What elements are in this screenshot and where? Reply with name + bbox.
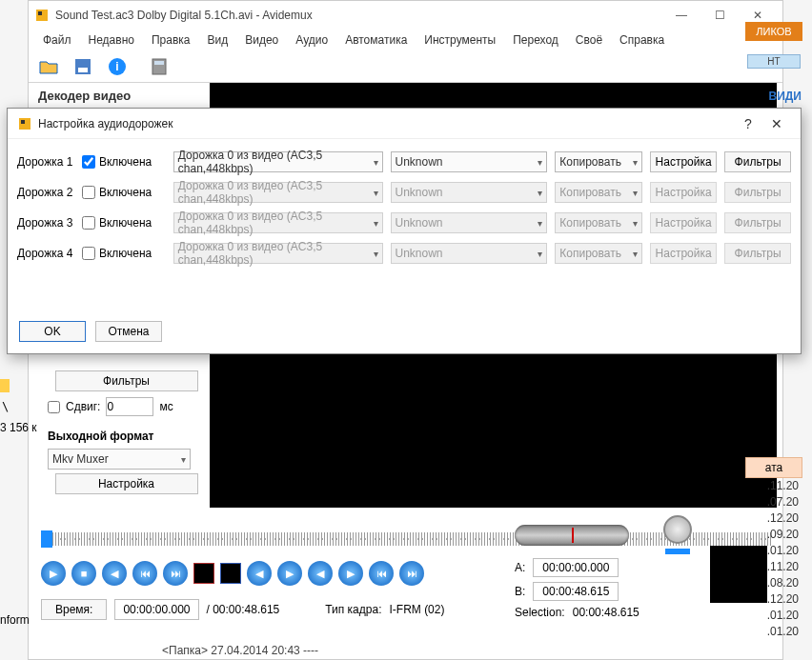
track-row-1: Дорожка 1 ВключенаДорожка 0 из видео (AC…	[17, 150, 791, 173]
side-tab-2: HT	[747, 54, 801, 69]
next-key-button[interactable]: ▶	[277, 561, 302, 586]
time-row: Время: 00:00:00.000 / 00:00:48.615 Тип к…	[41, 599, 444, 620]
window-title: Sound Test.ac3 Dolby Digital 5.1Ch.avi -…	[55, 9, 662, 22]
menu-tools[interactable]: Инструменты	[417, 31, 502, 49]
track-configure-button: Настройка	[650, 182, 717, 203]
svg-rect-1	[38, 11, 42, 15]
menu-go[interactable]: Переход	[506, 31, 565, 49]
ok-button[interactable]: OK	[19, 321, 86, 342]
track-label: Дорожка 1	[17, 155, 74, 169]
menu-view[interactable]: Вид	[201, 31, 235, 49]
save-icon[interactable]	[72, 56, 93, 77]
calc-icon[interactable]	[149, 56, 170, 77]
side-header: ата	[745, 457, 802, 478]
mux-configure-button[interactable]: Настройка	[55, 473, 198, 494]
cancel-button[interactable]: Отмена	[95, 321, 162, 342]
minimize-button[interactable]: —	[662, 4, 700, 27]
selection-area: A:00:00:00.000 B:00:00:48.615 Selection:…	[515, 558, 639, 624]
track-codec-select: Копировать▾	[555, 182, 642, 203]
menu-help[interactable]: Справка	[613, 31, 671, 49]
prev-frame-button[interactable]: ◀	[102, 561, 127, 586]
track-lang-select[interactable]: Unknown▾	[391, 151, 548, 172]
track-filters-button: Фильтры	[724, 182, 791, 203]
time-current[interactable]: 00:00:00.000	[114, 599, 198, 620]
maximize-button[interactable]: ☐	[700, 4, 739, 27]
track-codec-select[interactable]: Копировать▾	[555, 151, 642, 172]
track-enabled-checkbox[interactable]: Включена	[82, 155, 166, 169]
app-icon	[34, 8, 50, 23]
menu-auto[interactable]: Автоматика	[338, 31, 414, 49]
left-stub-icon	[0, 379, 10, 392]
rewind-button[interactable]: ⏮	[132, 561, 157, 586]
track-codec-select: Копировать▾	[555, 212, 642, 233]
shift-checkbox[interactable]	[48, 401, 60, 413]
track-label: Дорожка 2	[17, 186, 74, 199]
frame-type-value: I-FRM (02)	[389, 603, 444, 616]
side-dates: .11.20.07.20.12.20.09.20.01.20.11.20.08.…	[745, 478, 802, 640]
sel-b-value[interactable]: 00:00:48.615	[533, 582, 619, 601]
track-filters-button[interactable]: Фильтры	[724, 151, 791, 172]
sel-value: 00:00:48.615	[573, 606, 639, 619]
scrub-marker	[665, 549, 690, 554]
menu-custom[interactable]: Своё	[569, 31, 609, 49]
shift-unit: мс	[159, 400, 173, 413]
track-configure-button: Настройка	[650, 212, 717, 233]
menu-audio[interactable]: Аудио	[289, 31, 335, 49]
titlebar: Sound Test.ac3 Dolby Digital 5.1Ch.avi -…	[29, 1, 782, 30]
jog-dial[interactable]	[515, 525, 629, 546]
track-enabled-checkbox[interactable]: Включена	[82, 186, 166, 199]
next-black-button[interactable]: ▶	[338, 561, 363, 586]
left-stub-slash: \	[2, 400, 9, 413]
sel-b-label: B:	[515, 585, 525, 598]
time-total: / 00:00:48.615	[207, 603, 280, 616]
audio-tracks-dialog: Настройка аудиодорожек ? ✕ Дорожка 1 Вкл…	[7, 108, 802, 354]
dialog-close-button[interactable]: ✕	[762, 116, 791, 131]
track-row-3: Дорожка 3 ВключенаДорожка 0 из видео (AC…	[17, 211, 791, 234]
menu-video[interactable]: Видео	[238, 31, 285, 49]
menu-file[interactable]: Файл	[36, 31, 78, 49]
stop-button[interactable]: ■	[71, 561, 96, 586]
timeline-handle[interactable]	[41, 530, 52, 548]
track-source-select: Дорожка 0 из видео (AC3,5 chan,448kbps)▾	[173, 182, 383, 203]
track-row-4: Дорожка 4 ВключенаДорожка 0 из видео (AC…	[17, 242, 791, 265]
mark-b-button[interactable]	[220, 563, 241, 584]
track-source-select: Дорожка 0 из видео (AC3,5 chan,448kbps)▾	[173, 243, 383, 264]
track-source-select[interactable]: Дорожка 0 из видео (AC3,5 chan,448kbps)▾	[173, 151, 383, 172]
forward-button[interactable]: ⏭	[163, 561, 188, 586]
transport-bar: ▶ ■ ◀ ⏮ ⏭ ◀ ▶ ◀ ▶ ⏮ ⏭	[41, 561, 424, 586]
side-tab-top: ЛИКОВ	[745, 22, 802, 41]
track-enabled-checkbox[interactable]: Включена	[82, 247, 166, 260]
shift-label: Сдвиг:	[66, 400, 100, 413]
scrub-wheel[interactable]	[663, 515, 692, 544]
info-icon[interactable]: i	[107, 56, 128, 77]
dialog-body: Дорожка 1 ВключенаДорожка 0 из видео (AC…	[8, 139, 801, 278]
track-label: Дорожка 4	[17, 247, 74, 260]
prev-black-button[interactable]: ◀	[308, 561, 333, 586]
play-button[interactable]: ▶	[41, 561, 66, 586]
dialog-help-button[interactable]: ?	[734, 116, 762, 131]
mark-a-button[interactable]	[193, 563, 214, 584]
svg-rect-3	[78, 68, 88, 72]
track-row-2: Дорожка 2 ВключенаДорожка 0 из видео (AC…	[17, 181, 791, 204]
dialog-icon	[17, 116, 32, 131]
filters-button[interactable]: Фильтры	[55, 370, 198, 391]
menu-edit[interactable]: Правка	[145, 31, 197, 49]
status-line: <Папка> 27.04.2014 20:43 ----	[162, 644, 318, 657]
first-frame-button[interactable]: ⏮	[369, 561, 394, 586]
side-tab-3: ВИДИ	[749, 90, 804, 103]
track-lang-select: Unknown▾	[391, 212, 548, 233]
time-button[interactable]: Время:	[41, 599, 107, 620]
sel-a-value[interactable]: 00:00:00.000	[533, 558, 619, 577]
track-configure-button[interactable]: Настройка	[650, 151, 717, 172]
dialog-titlebar: Настройка аудиодорожек ? ✕	[8, 109, 801, 139]
menu-recent[interactable]: Недавно	[82, 31, 141, 49]
prev-key-button[interactable]: ◀	[247, 561, 272, 586]
mux-select[interactable]: Mkv Muxer▾	[48, 449, 191, 470]
last-frame-button[interactable]: ⏭	[399, 561, 424, 586]
track-enabled-checkbox[interactable]: Включена	[82, 216, 166, 230]
shift-input[interactable]	[106, 397, 153, 416]
menubar: Файл Недавно Правка Вид Видео Аудио Авто…	[29, 30, 782, 50]
track-lang-select: Unknown▾	[391, 182, 548, 203]
output-format-label: Выходной формат	[48, 430, 205, 443]
open-icon[interactable]	[38, 56, 59, 77]
